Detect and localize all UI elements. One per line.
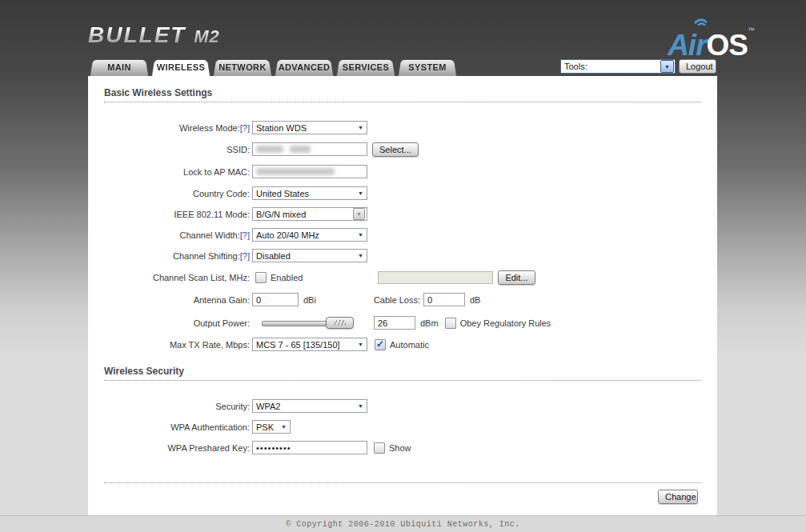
channel-shifting-select[interactable]: Disabled ▼ — [252, 249, 367, 262]
channel-scan-list-label: Channel Scan List, MHz: — [88, 273, 252, 282]
cable-loss-input[interactable]: 0 — [423, 293, 465, 306]
tab-network[interactable]: NETWORK — [213, 58, 272, 76]
tab-bar: MAIN WIRELESS NETWORK ADVANCED SERVICES … — [90, 58, 459, 76]
bottom-separator — [104, 482, 701, 483]
country-code-row: Country Code: United States ▼ — [88, 186, 717, 200]
wireless-mode-row: Wireless Mode:[?] Station WDS ▼ — [88, 121, 717, 134]
chevron-down-icon: ▼ — [358, 125, 363, 130]
obey-regulatory-label: Obey Regulatory Rules — [460, 318, 551, 328]
chevron-down-icon: ▼ — [353, 208, 365, 220]
ssid-input[interactable] — [252, 142, 367, 156]
lock-to-ap-mac-label: Lock to AP MAC: — [88, 167, 252, 177]
logout-button[interactable]: Logout — [679, 59, 716, 74]
tools-select-value: Tools: — [564, 62, 587, 71]
lock-to-ap-mac-row: Lock to AP MAC: — [88, 165, 717, 178]
wpa-preshared-key-input[interactable]: ••••••••• — [252, 441, 367, 454]
change-button[interactable]: Change — [658, 490, 698, 504]
wpa-preshared-key-label: WPA Preshared Key: — [88, 443, 252, 453]
chevron-down-icon: ▼ — [358, 190, 363, 196]
channel-scan-enabled-label: Enabled — [271, 273, 303, 282]
ieee-mode-select: B/G/N mixed ▼ — [252, 207, 367, 221]
channel-shifting-label: Channel Shifting: — [173, 251, 240, 261]
output-power-unit: dBm — [420, 318, 439, 328]
tab-wireless[interactable]: WIRELESS — [151, 58, 211, 76]
tab-advanced[interactable]: ADVANCED — [275, 58, 334, 76]
channel-width-label: Channel Width: — [180, 230, 240, 240]
wireless-mode-help-link[interactable]: [?] — [240, 123, 250, 133]
country-code-select[interactable]: United States ▼ — [252, 186, 367, 200]
chevron-down-icon: ▼ — [358, 232, 363, 238]
channel-scan-enabled-checkbox[interactable] — [255, 272, 267, 283]
security-value: WPA2 — [256, 402, 280, 411]
content-panel: Basic Wireless Settings Wireless Mode:[?… — [88, 76, 717, 515]
wpa-authentication-select[interactable]: PSK ▼ — [252, 420, 291, 434]
max-tx-rate-row: Max TX Rate, Mbps: MCS 7 - 65 [135/150] … — [88, 338, 717, 351]
show-key-checkbox[interactable] — [374, 442, 385, 454]
tab-main[interactable]: MAIN — [90, 58, 149, 76]
obey-regulatory-checkbox[interactable] — [445, 318, 456, 329]
ieee-mode-row: IEEE 802.11 Mode: B/G/N mixed ▼ — [88, 207, 717, 221]
tab-system[interactable]: SYSTEM — [398, 58, 457, 76]
copyright-text: © Copyright 2006-2010 Ubiquiti Networks,… — [286, 520, 520, 529]
security-label: Security: — [88, 402, 252, 411]
chevron-down-icon: ▼ — [660, 60, 674, 73]
country-code-value: United States — [256, 189, 309, 198]
wireless-mode-value: Station WDS — [256, 123, 307, 133]
device-logo: BULLET M2 — [88, 24, 220, 48]
cable-loss-unit: dB — [470, 295, 480, 305]
slider-handle[interactable] — [326, 317, 354, 329]
antenna-gain-row: Antenna Gain: 0 dBi Cable Loss: 0 dB — [88, 293, 717, 306]
redacted-ssid-value — [290, 146, 311, 153]
channel-scan-list-input — [378, 271, 493, 284]
country-code-label: Country Code: — [88, 189, 252, 198]
wifi-signal-icon — [691, 11, 712, 26]
ieee-mode-value: B/G/N mixed — [256, 210, 306, 219]
channel-shifting-help-link[interactable]: [?] — [240, 251, 250, 261]
security-select[interactable]: WPA2 ▼ — [252, 399, 367, 413]
basic-wireless-settings-title: Basic Wireless Settings — [104, 87, 701, 102]
lock-to-ap-mac-input[interactable] — [252, 165, 367, 178]
chevron-down-icon: ▼ — [358, 342, 363, 347]
channel-width-row: Channel Width:[?] Auto 20/40 MHz ▼ — [88, 228, 717, 242]
output-power-slider[interactable] — [262, 316, 354, 330]
antenna-gain-label: Antenna Gain: — [88, 295, 252, 305]
tab-services[interactable]: SERVICES — [336, 58, 395, 76]
wpa-authentication-value: PSK — [256, 422, 274, 432]
wireless-mode-select[interactable]: Station WDS ▼ — [252, 121, 367, 134]
ieee-mode-label: IEEE 802.11 Mode: — [88, 210, 252, 219]
antenna-gain-unit: dBi — [303, 295, 316, 305]
chevron-down-icon: ▼ — [358, 403, 363, 409]
ssid-select-button[interactable]: Select... — [372, 142, 419, 157]
max-tx-rate-value: MCS 7 - 65 [135/150] — [256, 340, 340, 350]
max-tx-rate-select[interactable]: MCS 7 - 65 [135/150] ▼ — [252, 338, 367, 351]
redacted-mac-value — [256, 168, 335, 175]
output-power-input[interactable]: 26 — [374, 316, 415, 330]
channel-scan-list-row: Channel Scan List, MHz: Enabled Edit... — [88, 270, 717, 284]
wpa-authentication-row: WPA Authentication: PSK ▼ — [88, 420, 717, 434]
wpa-authentication-label: WPA Authentication: — [88, 422, 252, 432]
ssid-label: SSID: — [88, 145, 252, 154]
cable-loss-label: Cable Loss: — [374, 295, 420, 305]
footer: © Copyright 2006-2010 Ubiquiti Networks,… — [0, 515, 806, 532]
redacted-ssid-value — [256, 146, 283, 153]
wireless-mode-label: Wireless Mode: — [179, 123, 240, 133]
wireless-security-title: Wireless Security — [104, 366, 701, 381]
automatic-label: Automatic — [390, 340, 429, 350]
automatic-checkbox[interactable] — [375, 339, 386, 350]
chevron-down-icon: ▼ — [281, 424, 287, 430]
ssid-row: SSID: Select... — [88, 142, 717, 156]
output-power-row: Output Power: 26 dBm Obey Regulatory Rul… — [88, 316, 717, 330]
channel-width-help-link[interactable]: [?] — [240, 230, 250, 240]
channel-shifting-value: Disabled — [256, 251, 291, 261]
wpa-preshared-key-row: WPA Preshared Key: ••••••••• Show — [88, 441, 717, 454]
antenna-gain-input[interactable]: 0 — [252, 293, 299, 306]
channel-width-select[interactable]: Auto 20/40 MHz ▼ — [252, 228, 367, 242]
security-row: Security: WPA2 ▼ — [88, 399, 717, 413]
channel-width-value: Auto 20/40 MHz — [256, 230, 319, 240]
show-key-label: Show — [389, 443, 411, 453]
tools-select[interactable]: Tools: ▼ — [560, 59, 676, 74]
channel-shifting-row: Channel Shifting:[?] Disabled ▼ — [88, 249, 717, 262]
output-power-label: Output Power: — [88, 318, 252, 328]
chevron-down-icon: ▼ — [358, 253, 363, 258]
channel-scan-edit-button[interactable]: Edit... — [498, 270, 535, 285]
